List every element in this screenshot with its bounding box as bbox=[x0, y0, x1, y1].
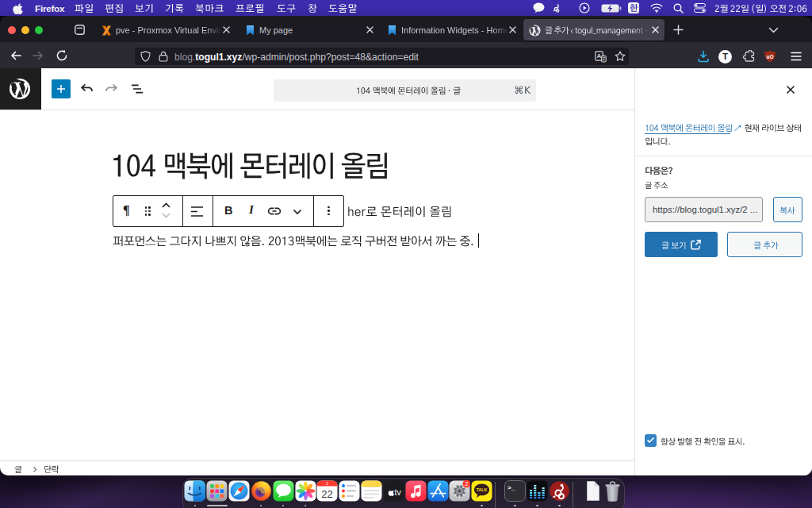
svg-text:TALK: TALK bbox=[477, 487, 488, 492]
svg-text:22: 22 bbox=[322, 488, 333, 500]
svg-text:A: A bbox=[597, 52, 602, 60]
svg-text:tv: tv bbox=[394, 487, 401, 497]
svg-text:>_: >_ bbox=[508, 484, 515, 491]
svg-text:2: 2 bbox=[465, 481, 468, 487]
svg-text:2: 2 bbox=[327, 482, 329, 486]
svg-text:uO: uO bbox=[766, 54, 773, 60]
